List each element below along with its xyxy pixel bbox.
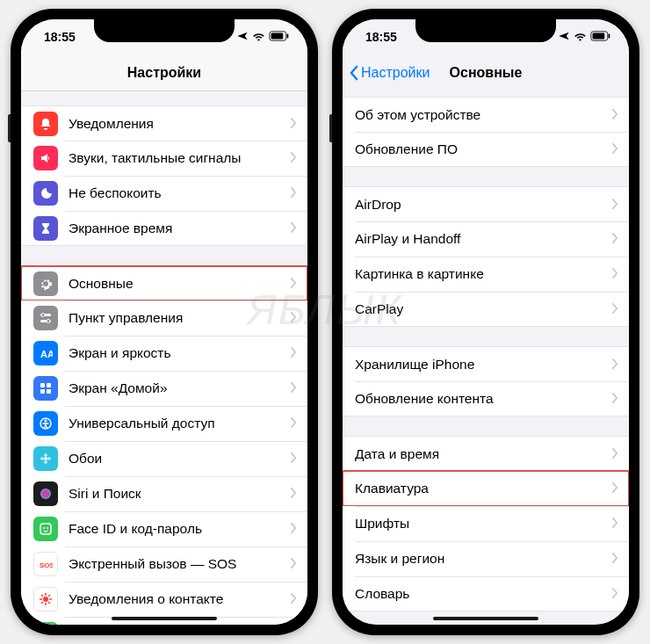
list-row[interactable]: Siri и Поиск (21, 476, 307, 511)
list-row[interactable]: Словарь (343, 576, 629, 611)
chevron-right-icon (612, 516, 618, 532)
chevron-right-icon (291, 185, 297, 201)
row-label: Шрифты (355, 516, 612, 532)
list-row[interactable]: Обновление ПО (343, 132, 629, 167)
chevron-right-icon (612, 446, 618, 462)
switches-icon (33, 306, 58, 330)
row-label: Основные (69, 276, 291, 292)
svg-point-16 (44, 460, 47, 464)
row-label: Face ID и код-пароль (69, 521, 291, 537)
faceid-icon (33, 517, 58, 541)
list-row[interactable]: Об этом устройстве (343, 97, 629, 132)
list-row[interactable]: Универсальный доступ (21, 406, 307, 441)
page-title: Основные (450, 65, 523, 81)
list-row[interactable]: Звуки, тактильные сигналы (21, 141, 307, 176)
svg-point-21 (43, 527, 45, 529)
back-button[interactable]: Настройки (350, 65, 430, 81)
textsize-icon: AA (33, 341, 58, 365)
svg-point-17 (40, 457, 44, 460)
grid-icon (33, 376, 58, 401)
notch (94, 19, 235, 42)
chevron-right-icon (291, 221, 297, 236)
row-label: Язык и регион (355, 551, 612, 567)
row-label: Клавиатура (355, 481, 612, 496)
list-row[interactable]: Уведомления (21, 105, 307, 141)
settings-group: Об этом устройствеОбновление ПО (343, 97, 629, 167)
list-row[interactable]: Хранилище iPhone (343, 346, 629, 381)
row-label: Экран «Домой» (69, 380, 291, 396)
list-row[interactable]: AAЭкран и яркость (21, 336, 307, 371)
list-row[interactable]: Face ID и код-пароль (21, 511, 307, 546)
list-row[interactable]: Экранное время (21, 211, 307, 246)
airplane-icon (558, 30, 570, 45)
settings-group: ОсновныеПункт управленияAAЭкран и яркост… (21, 265, 307, 625)
row-label: CarPlay (355, 301, 612, 317)
chevron-right-icon (612, 481, 618, 496)
list-row[interactable]: Основные (21, 265, 307, 300)
chevron-right-icon (291, 486, 297, 502)
svg-text:SOS: SOS (40, 561, 53, 569)
row-label: Хранилище iPhone (355, 357, 612, 373)
page-title: Настройки (127, 65, 201, 81)
svg-rect-20 (40, 524, 51, 534)
row-label: Обновление контента (355, 391, 612, 407)
settings-group: УведомленияЗвуки, тактильные сигналыНе б… (21, 105, 307, 246)
settings-group: AirDropAirPlay и HandoffКартинка в карти… (343, 186, 629, 327)
chevron-right-icon (291, 116, 297, 132)
gear-icon (33, 271, 58, 296)
status-time: 18:55 (365, 30, 397, 44)
row-label: Обои (69, 451, 291, 467)
list-row[interactable]: AirPlay и Handoff (343, 221, 629, 257)
svg-point-15 (44, 453, 47, 457)
list-row[interactable]: Обои (21, 441, 307, 476)
navbar: Настройки Основные (343, 54, 629, 91)
row-label: Об этом устройстве (355, 107, 612, 123)
list-row[interactable]: SOSЭкстренный вызов — SOS (21, 546, 307, 582)
chevron-right-icon (612, 231, 618, 247)
list-row[interactable]: Шрифты (343, 506, 629, 541)
bell-icon (33, 112, 58, 136)
list-row[interactable]: Уведомления о контакте (21, 582, 307, 617)
svg-line-29 (41, 595, 43, 597)
row-label: Не беспокоить (69, 185, 291, 201)
svg-rect-11 (47, 389, 51, 394)
phone-general: 18:55 Настройки (332, 9, 639, 635)
list-row[interactable]: Язык и регион (343, 541, 629, 576)
list-row[interactable]: Дата и время (343, 436, 629, 471)
chevron-right-icon (612, 197, 618, 213)
status-time: 18:55 (44, 30, 76, 44)
svg-rect-9 (47, 383, 51, 387)
chevron-right-icon (291, 556, 297, 572)
svg-text:AA: AA (40, 349, 53, 359)
list-row[interactable]: Клавиатура (343, 471, 629, 506)
chevron-right-icon (291, 276, 297, 292)
list-row[interactable]: Экран «Домой» (21, 371, 307, 406)
chevron-right-icon (612, 266, 618, 282)
svg-rect-2 (287, 33, 289, 38)
back-label: Настройки (361, 65, 430, 81)
row-label: Уведомления (69, 116, 291, 132)
sound-icon (33, 146, 58, 170)
svg-rect-10 (40, 389, 45, 394)
list-row[interactable]: CarPlay (343, 292, 629, 327)
settings-group: Дата и времяКлавиатураШрифтыЯзык и регио… (343, 436, 629, 611)
row-label: Дата и время (355, 446, 612, 462)
svg-rect-37 (609, 33, 610, 38)
siri-icon (33, 481, 58, 506)
svg-line-30 (48, 602, 50, 604)
row-label: Звуки, тактильные сигналы (69, 150, 291, 166)
list-row[interactable]: Обновление контента (343, 381, 629, 416)
sos-icon: SOS (33, 552, 58, 576)
row-label: Уведомления о контакте (69, 591, 291, 607)
navbar: Настройки (21, 54, 307, 91)
row-label: Универсальный доступ (69, 416, 291, 431)
svg-point-6 (47, 320, 50, 323)
list-row[interactable]: Пункт управления (21, 300, 307, 336)
svg-rect-36 (593, 33, 605, 40)
list-row[interactable]: Картинка в картинке (343, 257, 629, 292)
list-row[interactable]: Не беспокоить (21, 176, 307, 211)
row-label: Siri и Поиск (69, 486, 291, 502)
chevron-right-icon (612, 586, 618, 602)
svg-point-5 (41, 314, 45, 317)
list-row[interactable]: AirDrop (343, 186, 629, 221)
